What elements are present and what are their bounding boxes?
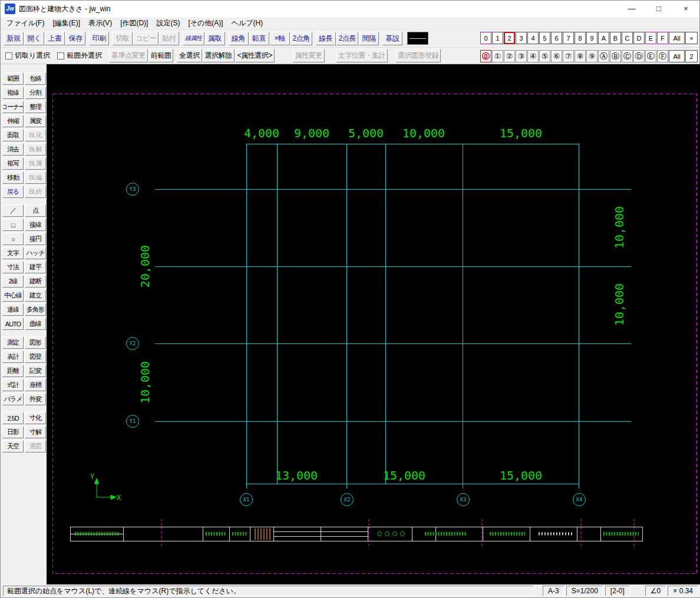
drawing-canvas[interactable]: 4,000 9,000 5,000 10,000 15,000 13,000 1… <box>47 64 700 586</box>
zoom-field[interactable]: × 0.34 <box>668 586 698 596</box>
sidebar-button[interactable]: 点 <box>25 204 46 217</box>
layer-group-button[interactable]: 6 <box>551 32 562 44</box>
minimize-button[interactable]: — <box>618 1 645 17</box>
sidebar-button[interactable]: 2.5D <box>2 412 24 424</box>
layer-button[interactable]: Ⓑ <box>610 50 621 62</box>
sidebar-button[interactable]: コーナー <box>2 101 24 113</box>
selection-toolbar-button[interactable]: 選択解除 <box>203 49 235 62</box>
layer-group-button[interactable]: E <box>645 32 656 44</box>
sidebar-button[interactable]: 連線 <box>2 303 24 316</box>
toolbar-button[interactable]: 貼付 <box>159 32 179 45</box>
sidebar-button[interactable]: 選図 <box>25 440 46 452</box>
sidebar-button[interactable]: BL属 <box>25 157 46 170</box>
selection-toolbar-button[interactable]: 基準点変更 <box>109 49 148 62</box>
sidebar-button[interactable]: 整理 <box>25 101 46 113</box>
sidebar-button[interactable]: 2線 <box>2 275 24 288</box>
close-button[interactable]: × <box>672 1 699 17</box>
sidebar-button[interactable]: 属変 <box>25 115 46 127</box>
layer-field[interactable]: [2-0] <box>605 586 630 596</box>
layer-button[interactable]: ⑥ <box>551 50 562 62</box>
status-message[interactable]: 範囲選択の始点をマウス(L)で、連続線をマウス(R)で指示してください。 <box>3 586 534 596</box>
layer-button[interactable]: ③ <box>516 50 527 62</box>
sidebar-button[interactable]: 消去 <box>2 143 24 156</box>
sidebar-button[interactable]: 距離 <box>2 365 24 377</box>
layer-group-button[interactable]: F <box>657 32 668 44</box>
cut-select-checkbox[interactable]: 切取り選択 <box>5 51 50 61</box>
sidebar-button[interactable]: 外変 <box>25 393 46 405</box>
sidebar-button[interactable]: 図登 <box>25 351 46 363</box>
sidebar-button[interactable]: 伸縮 <box>2 115 24 127</box>
sidebar-button[interactable]: BL終 <box>25 186 46 198</box>
sidebar-button[interactable]: ○ <box>2 233 24 245</box>
sidebar-button[interactable]: 図形 <box>25 336 46 349</box>
selection-toolbar-button[interactable]: <属性選択> <box>235 49 275 62</box>
sidebar-button[interactable]: BL化 <box>25 129 46 141</box>
toolbar-button[interactable]: 保存 <box>65 32 85 45</box>
sidebar-button[interactable]: 複写 <box>2 157 24 170</box>
toolbar-button[interactable]: 切取 <box>113 32 133 45</box>
layer-group-button[interactable]: C <box>622 32 633 44</box>
toolbar-button[interactable]: ×軸 <box>270 32 290 45</box>
maximize-button[interactable]: □ <box>645 1 672 17</box>
layer-all-button[interactable]: All <box>669 50 685 62</box>
layer-group-button[interactable]: 5 <box>539 32 550 44</box>
layer-button[interactable]: Ⓕ <box>657 50 668 62</box>
sidebar-button[interactable]: 建平 <box>25 261 46 273</box>
selection-toolbar-button[interactable]: 前範囲 <box>148 49 174 62</box>
menu-item[interactable]: 表示(V) <box>84 17 116 29</box>
layer-group-button[interactable]: 8 <box>574 32 586 44</box>
sidebar-button[interactable]: 表計 <box>2 351 24 363</box>
sidebar-button[interactable]: 複線 <box>2 87 24 99</box>
layer-button[interactable]: Ⓓ <box>633 50 645 62</box>
sidebar-button[interactable]: 建断 <box>25 275 46 288</box>
sidebar-button[interactable]: AUTO <box>2 318 24 330</box>
layer-group-button[interactable]: 0 <box>480 32 491 44</box>
toolbar-button[interactable]: 基設 <box>382 32 402 45</box>
selection-toolbar-button[interactable]: 文字位置・集計 <box>336 49 388 62</box>
scale-field[interactable]: S=1/200 <box>566 586 603 596</box>
layer-group-indicator[interactable]: 2 <box>685 50 698 62</box>
sidebar-button[interactable]: BL解 <box>25 143 46 156</box>
sidebar-button[interactable]: BL編 <box>25 171 46 184</box>
layer-group-all-button[interactable]: All <box>669 32 685 44</box>
sidebar-button[interactable]: 座標 <box>25 379 46 391</box>
sidebar-button[interactable]: 接円 <box>25 233 46 245</box>
selection-toolbar-button[interactable]: 全選択 <box>177 49 202 62</box>
sidebar-button[interactable]: 寸解 <box>25 426 46 438</box>
sidebar-button[interactable]: 式計 <box>2 379 24 391</box>
sidebar-button[interactable]: 寸法 <box>2 261 24 273</box>
layer-group-button[interactable]: D <box>633 32 645 44</box>
layer-group-button[interactable]: 4 <box>527 32 539 44</box>
layer-group-button[interactable]: 9 <box>586 32 597 44</box>
sidebar-button[interactable]: 日影 <box>2 426 24 438</box>
toolbar-button[interactable]: 間隔 <box>359 32 379 45</box>
toolbar-button[interactable]: コピー <box>133 32 159 45</box>
sidebar-button[interactable]: □ <box>2 219 24 231</box>
layer-button[interactable]: ① <box>492 50 503 62</box>
outside-select-checkbox[interactable]: 範囲外選択 <box>57 51 102 61</box>
sidebar-button[interactable]: 範囲 <box>2 72 24 85</box>
sidebar-button[interactable]: 移動 <box>2 171 24 184</box>
sidebar-button[interactable]: 建立 <box>25 289 46 302</box>
layer-button[interactable]: ② <box>504 50 515 62</box>
menu-item[interactable]: ヘルプ(H) <box>227 17 268 29</box>
layer-button[interactable]: ⓪ <box>480 50 491 62</box>
sidebar-button[interactable]: 接線 <box>25 219 46 231</box>
toolbar-button[interactable]: 開く <box>24 32 44 45</box>
layer-button[interactable]: ⑤ <box>539 50 550 62</box>
layer-button[interactable]: ④ <box>527 50 539 62</box>
layer-group-close-button[interactable]: × <box>685 32 698 44</box>
sidebar-button[interactable]: 包絡 <box>25 72 46 85</box>
layer-button[interactable]: ⑧ <box>574 50 586 62</box>
sidebar-button[interactable]: 戻る <box>2 186 24 198</box>
sidebar-button[interactable]: 多角形 <box>25 303 46 316</box>
sidebar-button[interactable]: 寸化 <box>25 412 46 424</box>
layer-button[interactable]: Ⓒ <box>622 50 633 62</box>
layer-group-button[interactable]: 2 <box>504 32 515 44</box>
toolbar-button[interactable]: 新規 <box>4 32 24 45</box>
selection-toolbar-button[interactable]: 属性変更 <box>293 49 325 62</box>
sidebar-button[interactable]: 中心線 <box>2 289 24 302</box>
toolbar-button[interactable]: 線角 <box>229 32 249 45</box>
sidebar-button[interactable]: 天空 <box>2 440 24 452</box>
sidebar-button[interactable]: 面取 <box>2 129 24 141</box>
